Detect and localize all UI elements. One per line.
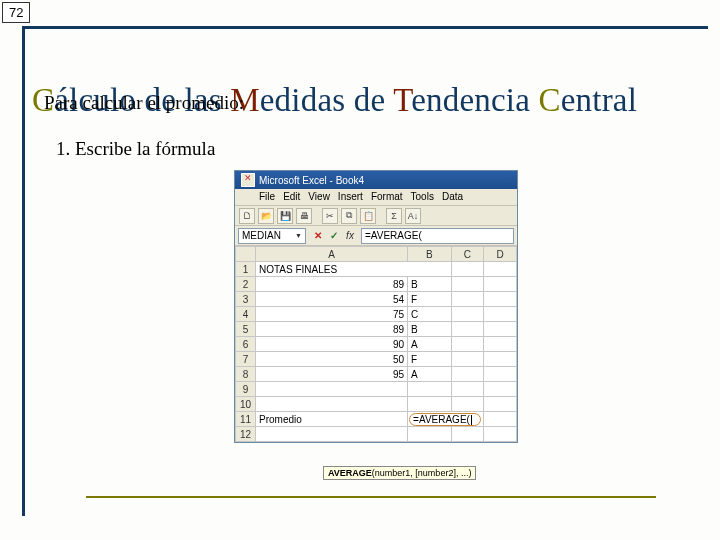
row-4-header[interactable]: 4 — [236, 307, 256, 322]
menu-insert[interactable]: Insert — [338, 191, 363, 203]
cell-b8[interactable]: A — [408, 367, 451, 382]
row-1-header[interactable]: 1 — [236, 262, 256, 277]
cell-b6[interactable]: A — [408, 337, 451, 352]
page-number: 72 — [2, 2, 30, 23]
cell-a10[interactable] — [256, 397, 408, 412]
cell-a12[interactable] — [256, 427, 408, 442]
cell-a11[interactable]: Promedio — [256, 412, 408, 427]
select-all-corner[interactable] — [236, 247, 256, 262]
tb-sort-icon[interactable]: A↓ — [405, 208, 421, 224]
menu-data[interactable]: Data — [442, 191, 463, 203]
cell-b5[interactable]: B — [408, 322, 451, 337]
cell-d8[interactable] — [484, 367, 517, 382]
cell-d7[interactable] — [484, 352, 517, 367]
cell-d11[interactable] — [484, 412, 517, 427]
cell-a9[interactable] — [256, 382, 408, 397]
cell-a2[interactable]: 89 — [256, 277, 408, 292]
cell-c9[interactable] — [451, 382, 484, 397]
tb-cut-icon[interactable]: ✂ — [322, 208, 338, 224]
col-d-header[interactable]: D — [484, 247, 517, 262]
cell-c1[interactable] — [451, 262, 484, 277]
bottom-rule — [86, 496, 656, 498]
cell-a6[interactable]: 90 — [256, 337, 408, 352]
cell-c4[interactable] — [451, 307, 484, 322]
cell-a8[interactable]: 95 — [256, 367, 408, 382]
cell-c8[interactable] — [451, 367, 484, 382]
col-a-header[interactable]: A — [256, 247, 408, 262]
cell-c6[interactable] — [451, 337, 484, 352]
row-6-header[interactable]: 6 — [236, 337, 256, 352]
cell-c12[interactable] — [451, 427, 484, 442]
cell-b11[interactable]: =AVERAGE( — [408, 412, 484, 427]
cell-d4[interactable] — [484, 307, 517, 322]
cell-b7[interactable]: F — [408, 352, 451, 367]
excel-grid: A B C D 1NOTAS FINALES 289B 354F 475C 58… — [235, 246, 517, 442]
cell-d2[interactable] — [484, 277, 517, 292]
col-b-header[interactable]: B — [408, 247, 451, 262]
menu-format[interactable]: Format — [371, 191, 403, 203]
excel-titlebar: Microsoft Excel - Book4 — [235, 171, 517, 189]
menu-file[interactable]: File — [259, 191, 275, 203]
menu-edit[interactable]: Edit — [283, 191, 300, 203]
cell-b10[interactable] — [408, 397, 451, 412]
cell-c10[interactable] — [451, 397, 484, 412]
cell-a5[interactable]: 89 — [256, 322, 408, 337]
formula-bar-buttons: ✕ ✓ fx — [311, 229, 357, 243]
row-3-header[interactable]: 3 — [236, 292, 256, 307]
cancel-icon[interactable]: ✕ — [311, 229, 325, 243]
cell-b4[interactable]: C — [408, 307, 451, 322]
cell-d12[interactable] — [484, 427, 517, 442]
tb-print-icon[interactable]: 🖶 — [296, 208, 312, 224]
tb-new-icon[interactable]: 🗋 — [239, 208, 255, 224]
cell-b3[interactable]: F — [408, 292, 451, 307]
cell-c2[interactable] — [451, 277, 484, 292]
cell-b9[interactable] — [408, 382, 451, 397]
row-7-header[interactable]: 7 — [236, 352, 256, 367]
name-box-dropdown-icon[interactable]: ▼ — [295, 232, 302, 239]
cell-a7[interactable]: 50 — [256, 352, 408, 367]
excel-toolbar: 🗋 📂 💾 🖶 ✂ ⧉ 📋 Σ A↓ — [235, 206, 517, 226]
name-box-text: MEDIAN — [242, 230, 281, 241]
cell-a3[interactable]: 54 — [256, 292, 408, 307]
fx-icon[interactable]: fx — [343, 229, 357, 243]
tb-paste-icon[interactable]: 📋 — [360, 208, 376, 224]
title-rest-4: entral — [561, 82, 637, 118]
row-2-header[interactable]: 2 — [236, 277, 256, 292]
tb-open-icon[interactable]: 📂 — [258, 208, 274, 224]
row-9-header[interactable]: 9 — [236, 382, 256, 397]
title-rest-2: edidas de — [260, 82, 393, 118]
cell-d9[interactable] — [484, 382, 517, 397]
menu-tools[interactable]: Tools — [411, 191, 434, 203]
cell-c3[interactable] — [451, 292, 484, 307]
excel-menubar: File Edit View Insert Format Tools Data — [235, 189, 517, 206]
cell-b12[interactable] — [408, 427, 451, 442]
cell-a1[interactable]: NOTAS FINALES — [256, 262, 452, 277]
formula-text: =AVERAGE( — [365, 230, 422, 241]
row-8-header[interactable]: 8 — [236, 367, 256, 382]
cell-d10[interactable] — [484, 397, 517, 412]
tb-copy-icon[interactable]: ⧉ — [341, 208, 357, 224]
tb-sum-icon[interactable]: Σ — [386, 208, 402, 224]
row-12-header[interactable]: 12 — [236, 427, 256, 442]
row-5-header[interactable]: 5 — [236, 322, 256, 337]
cell-b2[interactable]: B — [408, 277, 451, 292]
title-rest-3: endencia — [411, 82, 538, 118]
row-11-header[interactable]: 11 — [236, 412, 256, 427]
cell-c5[interactable] — [451, 322, 484, 337]
cell-d6[interactable] — [484, 337, 517, 352]
cell-d1[interactable] — [484, 262, 517, 277]
excel-title-text: Microsoft Excel - Book4 — [259, 175, 364, 186]
name-box[interactable]: MEDIAN ▼ — [238, 228, 306, 244]
enter-icon[interactable]: ✓ — [327, 229, 341, 243]
cell-b11-text: =AVERAGE( — [413, 414, 470, 425]
row-10-header[interactable]: 10 — [236, 397, 256, 412]
cell-a4[interactable]: 75 — [256, 307, 408, 322]
cell-c7[interactable] — [451, 352, 484, 367]
cell-d3[interactable] — [484, 292, 517, 307]
col-c-header[interactable]: C — [451, 247, 484, 262]
tb-save-icon[interactable]: 💾 — [277, 208, 293, 224]
formula-input[interactable]: =AVERAGE( — [361, 228, 514, 244]
text-cursor — [471, 415, 472, 425]
menu-view[interactable]: View — [308, 191, 330, 203]
cell-d5[interactable] — [484, 322, 517, 337]
